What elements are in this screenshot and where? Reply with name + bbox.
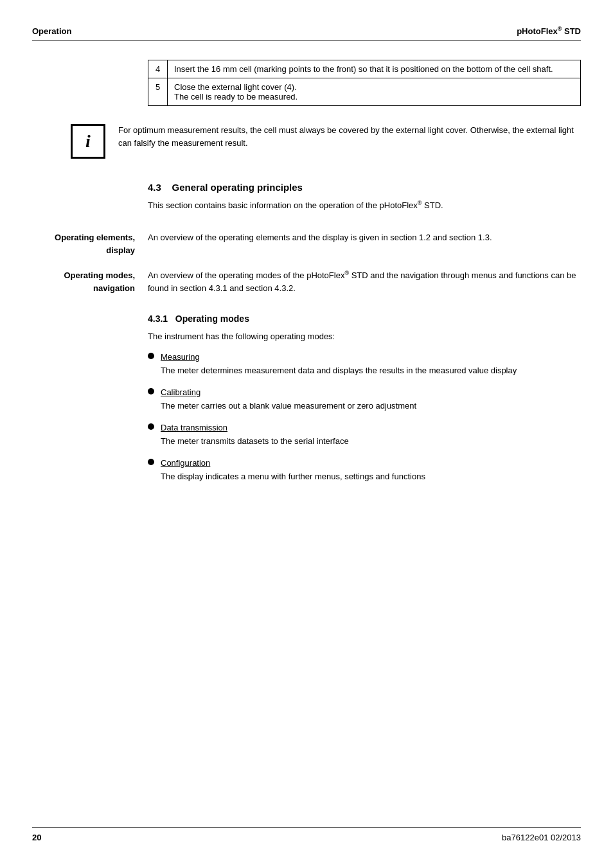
operating-elements-section: Operating elements,display An overview o… [148,231,581,256]
page-header: Operation pHotoFlex® STD [32,26,581,40]
list-item: Data transmission The meter transmits da… [148,421,581,448]
section-431-header: 4.3.1 Operating modes The instrument has… [148,314,581,343]
bullet-title-measuring: Measuring [161,351,517,364]
bullet-content-data-transmission: Data transmission The meter transmits da… [161,421,349,448]
operating-modes-list: Measuring The meter determines measureme… [148,351,581,483]
bullet-desc-measuring: The meter determines measurement data an… [161,364,517,377]
page-number: 20 [32,833,41,842]
bullet-dot-icon [148,423,154,430]
bullet-dot-icon [148,388,154,394]
operating-elements-text: An overview of the operating elements an… [148,231,581,256]
bullet-content-calibrating: Calibrating The meter carries out a blan… [161,386,416,412]
info-box: i For optimum measurement results, the c… [71,124,581,159]
bullet-title-data-transmission: Data transmission [161,421,349,434]
operating-modes-nav-section: Operating modes,navigation An overview o… [148,269,581,294]
bullet-title-calibrating: Calibrating [161,386,416,399]
section-431-title: 4.3.1 Operating modes [148,314,581,324]
section-43-header: 4.3 General operating principles This se… [148,182,581,212]
header-product-name: pHotoFlex® STD [517,26,581,36]
list-item: Calibrating The meter carries out a blan… [148,386,581,412]
content-area: 4 Insert the 16 mm cell (marking points … [32,60,581,827]
header-section-label: Operation [32,26,71,36]
bullet-title-configuration: Configuration [161,457,425,470]
bullet-content-measuring: Measuring The meter determines measureme… [161,351,517,377]
operating-elements-label: Operating elements,display [32,231,148,256]
table-row: 4 Insert the 16 mm cell (marking points … [148,60,581,78]
info-text: For optimum measurement results, the cel… [118,124,581,149]
bullet-dot-icon [148,353,154,359]
header-brand: pHotoFlex [517,26,558,36]
header-suffix: STD [562,26,581,36]
table-row: 5 Close the external light cover (4). Th… [148,78,581,106]
section-43-intro: This section contains basic information … [148,199,581,212]
section-43-title: 4.3 General operating principles [148,182,581,193]
list-item: Configuration The display indicates a me… [148,457,581,483]
list-item: Measuring The meter determines measureme… [148,351,581,377]
step-text-4: Insert the 16 mm cell (marking points to… [168,60,581,78]
step-number-5: 5 [148,78,168,106]
bullet-desc-data-transmission: The meter transmits datasets to the seri… [161,435,349,448]
info-icon: i [85,132,91,150]
steps-table: 4 Insert the 16 mm cell (marking points … [148,60,581,106]
info-icon-container: i [71,124,105,159]
step-text-5: Close the external light cover (4). The … [168,78,581,106]
bullet-desc-configuration: The display indicates a menu with furthe… [161,470,425,483]
operating-modes-nav-text: An overview of the operating modes of th… [148,269,581,294]
footer-document-info: ba76122e01 02/2013 [502,833,581,842]
bullet-dot-icon [148,459,154,465]
step-number-4: 4 [148,60,168,78]
page: Operation pHotoFlex® STD 4 Insert the 16… [0,0,613,868]
bullet-desc-calibrating: The meter carries out a blank value meas… [161,400,416,412]
operating-modes-nav-label: Operating modes,navigation [32,269,148,294]
page-footer: 20 ba76122e01 02/2013 [32,827,581,842]
bullet-content-configuration: Configuration The display indicates a me… [161,457,425,483]
section-431-intro: The instrument has the following operati… [148,330,581,343]
